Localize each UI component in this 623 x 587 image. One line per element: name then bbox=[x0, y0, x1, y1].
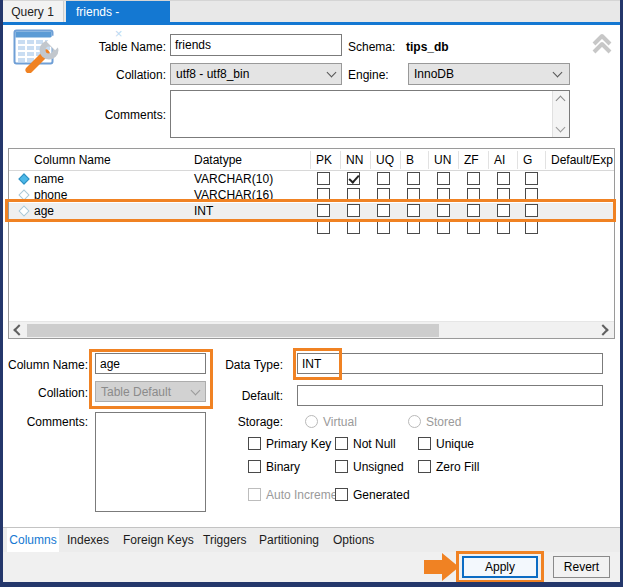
grid-cell-datatype[interactable]: VARCHAR(10) bbox=[194, 172, 273, 186]
grid-header-g[interactable]: G bbox=[523, 153, 532, 167]
g-checkbox[interactable] bbox=[525, 204, 538, 217]
nn-checkbox[interactable] bbox=[347, 221, 360, 234]
virtual-radio[interactable] bbox=[305, 415, 318, 428]
comments-scrollbar[interactable] bbox=[552, 91, 569, 137]
zf-checkbox[interactable] bbox=[467, 172, 480, 185]
binary-label: Binary bbox=[266, 460, 300, 474]
nn-checkbox[interactable] bbox=[347, 172, 360, 185]
detail-column-name-label: Column Name: bbox=[0, 358, 88, 372]
tab-foreign-keys[interactable]: Foreign Keys bbox=[123, 528, 194, 552]
nn-checkbox[interactable] bbox=[347, 204, 360, 217]
b-checkbox[interactable] bbox=[407, 188, 420, 201]
collation-select[interactable]: utf8 - utf8_bin bbox=[170, 63, 342, 85]
pk-checkbox[interactable] bbox=[317, 221, 330, 234]
engine-select[interactable]: InnoDB bbox=[408, 63, 570, 85]
comments-textarea[interactable] bbox=[170, 90, 570, 138]
uq-checkbox[interactable] bbox=[377, 204, 390, 217]
auto-increment-checkbox bbox=[248, 488, 261, 501]
binary-checkbox[interactable] bbox=[248, 460, 261, 473]
apply-button[interactable]: Apply bbox=[462, 556, 538, 578]
unique-checkbox[interactable] bbox=[418, 437, 431, 450]
detail-collation-select[interactable]: Table Default bbox=[95, 381, 206, 402]
grid-header-un[interactable]: UN bbox=[434, 153, 451, 167]
unsigned-checkbox[interactable] bbox=[335, 460, 348, 473]
collapse-panel-icon[interactable] bbox=[590, 32, 614, 60]
collation-label: Collation: bbox=[0, 68, 166, 82]
pk-checkbox[interactable] bbox=[317, 188, 330, 201]
grid-header-row: Column Name Datatype PK NN UQ B UN ZF AI… bbox=[9, 149, 614, 171]
tab-indexes[interactable]: Indexes bbox=[67, 528, 109, 552]
zf-checkbox[interactable] bbox=[467, 204, 480, 217]
tab-query-1[interactable]: Query 1 bbox=[2, 1, 64, 23]
ai-checkbox[interactable] bbox=[497, 172, 510, 185]
unsigned-label: Unsigned bbox=[353, 460, 404, 474]
ai-checkbox[interactable] bbox=[497, 188, 510, 201]
revert-button[interactable]: Revert bbox=[553, 556, 610, 578]
b-checkbox[interactable] bbox=[407, 172, 420, 185]
grid-cell-name[interactable]: name bbox=[34, 172, 64, 186]
pk-checkbox[interactable] bbox=[317, 172, 330, 185]
scroll-left-icon[interactable] bbox=[13, 324, 24, 335]
g-checkbox[interactable] bbox=[525, 188, 538, 201]
schema-label: Schema: bbox=[348, 40, 395, 54]
uq-checkbox[interactable] bbox=[377, 188, 390, 201]
scroll-up-icon[interactable] bbox=[556, 96, 566, 106]
default-input[interactable] bbox=[297, 385, 603, 406]
not-null-checkbox[interactable] bbox=[335, 437, 348, 450]
grid-header-b[interactable]: B bbox=[406, 153, 414, 167]
close-icon[interactable]: × bbox=[115, 26, 123, 41]
grid-cell-name[interactable]: age bbox=[34, 204, 54, 218]
data-type-input[interactable]: INT bbox=[297, 353, 603, 374]
g-checkbox[interactable] bbox=[525, 172, 538, 185]
pk-checkbox[interactable] bbox=[317, 204, 330, 217]
primary-key-checkbox[interactable] bbox=[248, 437, 261, 450]
tab-options[interactable]: Options bbox=[333, 528, 374, 552]
table-name-input[interactable]: friends bbox=[170, 34, 342, 56]
tab-friends-table[interactable]: friends - Table× bbox=[66, 1, 170, 23]
tab-triggers[interactable]: Triggers bbox=[203, 528, 247, 552]
generated-checkbox[interactable] bbox=[335, 488, 348, 501]
grid-header-nn[interactable]: NN bbox=[346, 153, 363, 167]
uq-checkbox[interactable] bbox=[377, 172, 390, 185]
g-checkbox[interactable] bbox=[525, 221, 538, 234]
table-row[interactable]: name VARCHAR(10) bbox=[9, 171, 614, 187]
grid-cell-name[interactable]: phone bbox=[34, 188, 67, 202]
grid-header-column-name[interactable]: Column Name bbox=[34, 153, 111, 167]
grid-header-zf[interactable]: ZF bbox=[464, 153, 479, 167]
grid-cell-datatype[interactable]: VARCHAR(16) bbox=[194, 188, 273, 202]
table-row-selected[interactable]: age INT bbox=[9, 203, 614, 219]
grid-header-pk[interactable]: PK bbox=[316, 153, 332, 167]
grid-horizontal-scrollbar[interactable] bbox=[9, 321, 614, 338]
grid-header-datatype[interactable]: Datatype bbox=[194, 153, 242, 167]
scroll-right-icon[interactable] bbox=[597, 324, 608, 335]
scrollbar-thumb[interactable] bbox=[27, 324, 439, 337]
detail-comments-textarea[interactable] bbox=[95, 412, 206, 512]
ai-checkbox[interactable] bbox=[497, 221, 510, 234]
grid-header-uq[interactable]: UQ bbox=[376, 153, 394, 167]
tab-partitioning[interactable]: Partitioning bbox=[259, 528, 319, 552]
ai-checkbox[interactable] bbox=[497, 204, 510, 217]
un-checkbox[interactable] bbox=[437, 204, 450, 217]
stored-radio[interactable] bbox=[408, 415, 421, 428]
grid-header-ai[interactable]: AI bbox=[494, 153, 505, 167]
zf-checkbox[interactable] bbox=[467, 221, 480, 234]
active-tab-stripe bbox=[0, 22, 623, 25]
column-name-input[interactable]: age bbox=[95, 353, 206, 374]
uq-checkbox[interactable] bbox=[377, 221, 390, 234]
column-key-icon bbox=[18, 189, 29, 200]
un-checkbox[interactable] bbox=[437, 221, 450, 234]
tab-columns[interactable]: Columns bbox=[7, 528, 59, 552]
table-row-new[interactable] bbox=[9, 219, 614, 235]
zf-checkbox[interactable] bbox=[467, 188, 480, 201]
nn-checkbox[interactable] bbox=[347, 188, 360, 201]
b-checkbox[interactable] bbox=[407, 221, 420, 234]
table-row[interactable]: phone VARCHAR(16) bbox=[9, 187, 614, 203]
scroll-down-icon[interactable] bbox=[556, 123, 566, 133]
grid-cell-datatype[interactable]: INT bbox=[194, 204, 213, 218]
b-checkbox[interactable] bbox=[407, 204, 420, 217]
un-checkbox[interactable] bbox=[437, 172, 450, 185]
zero-fill-checkbox[interactable] bbox=[418, 460, 431, 473]
columns-grid: Column Name Datatype PK NN UQ B UN ZF AI… bbox=[8, 148, 615, 339]
un-checkbox[interactable] bbox=[437, 188, 450, 201]
grid-header-default[interactable]: Default/Exp bbox=[551, 153, 613, 167]
